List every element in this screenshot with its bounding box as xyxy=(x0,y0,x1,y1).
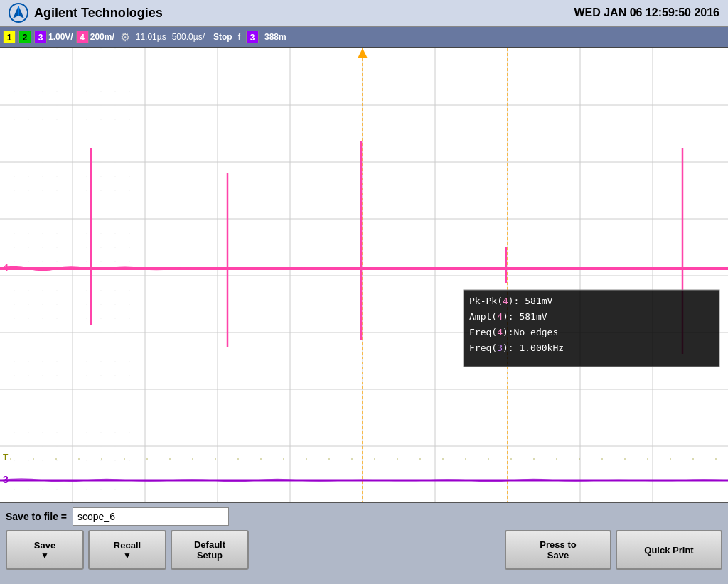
ch4-badge: 4 xyxy=(76,31,89,43)
svg-text:Pk-Pk(4): 581mV: Pk-Pk(4): 581mV xyxy=(469,296,553,306)
svg-text:T: T xyxy=(3,453,9,463)
ch3-badge: 3 xyxy=(34,31,47,43)
ch2-badge: 2 xyxy=(18,31,31,43)
trig-ch-badge: 3 xyxy=(246,31,259,43)
default-setup-button[interactable]: Default Setup xyxy=(171,530,249,570)
ch4-scale: 200m/ xyxy=(90,32,114,42)
ch1-badge: 1 xyxy=(3,31,16,43)
header-title: Agilent Technologies xyxy=(34,6,163,21)
save-btn-label: Save xyxy=(34,540,55,551)
timebase-div: 500.0µs/ xyxy=(172,32,205,42)
svg-text:4: 4 xyxy=(3,262,9,274)
save-filename-input[interactable] xyxy=(73,507,229,526)
acquisition-mode: Stop xyxy=(213,32,232,42)
svg-text:Freq(4):No edges: Freq(4):No edges xyxy=(469,327,558,337)
header-bar: Agilent Technologies WED JAN 06 12:59:50… xyxy=(0,0,728,27)
scope-display: 4 3 T Pk-Pk(4): 581mV Ampl(4): 581mV Fre… xyxy=(0,48,728,503)
save-file-row: Save to file = xyxy=(6,507,722,526)
save-button[interactable]: Save ▼ xyxy=(6,530,84,570)
save-file-label: Save to file = xyxy=(6,511,67,522)
default-btn-label: Default Setup xyxy=(194,539,225,561)
channel-2-indicator: 2 xyxy=(18,31,31,43)
trigger-symbol: f xyxy=(238,32,240,42)
ch3-scale: 1.00V/ xyxy=(48,32,73,42)
recall-btn-label: Recall xyxy=(114,540,141,551)
quick-print-button[interactable]: Quick Print xyxy=(616,530,722,570)
channel-3-indicator: 3 1.00V/ xyxy=(34,31,73,43)
press-to-save-button[interactable]: Press toSave xyxy=(505,530,611,570)
bottom-bar: Save to file = Save ▼ Recall ▼ Default S… xyxy=(0,503,728,584)
toolbar: 1 2 3 1.00V/ 4 200m/ ⚙ 11.01µs 500.0µs/ … xyxy=(0,27,728,48)
header-logo: Agilent Technologies xyxy=(9,3,163,23)
channel-1-indicator: 1 xyxy=(3,31,16,43)
svg-text:Freq(3):  1.000kHz: Freq(3): 1.000kHz xyxy=(469,342,564,353)
press-save-label: Press toSave xyxy=(540,539,576,561)
recall-btn-arrow: ▼ xyxy=(123,551,132,561)
buttons-row: Save ▼ Recall ▼ Default Setup Press toSa… xyxy=(6,530,722,570)
save-btn-arrow: ▼ xyxy=(41,551,49,561)
svg-text:Ampl(4):  581mV: Ampl(4): 581mV xyxy=(469,311,547,322)
settings-icon: ⚙ xyxy=(120,31,130,44)
agilent-logo-icon xyxy=(9,3,28,23)
recall-button[interactable]: Recall ▼ xyxy=(88,530,166,570)
channel-4-indicator: 4 200m/ xyxy=(76,31,114,43)
quick-print-label: Quick Print xyxy=(644,545,693,556)
trigger-level: 388m xyxy=(264,32,287,42)
header-datetime: WED JAN 06 12:59:50 2016 xyxy=(574,6,719,19)
svg-text:3: 3 xyxy=(3,474,9,485)
timebase-value: 11.01µs xyxy=(136,32,166,42)
